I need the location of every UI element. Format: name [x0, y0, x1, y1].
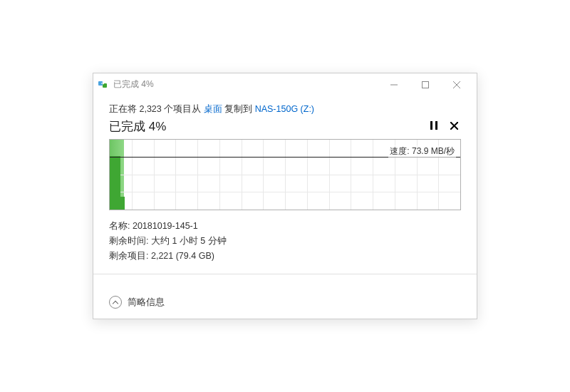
- collapse-toggle[interactable]: [109, 296, 122, 309]
- action-icons: [430, 121, 461, 132]
- speed-label: 速度: 73.9 MB/秒: [388, 145, 456, 158]
- destination-link[interactable]: NAS-150G (Z:): [255, 104, 314, 114]
- pause-button[interactable]: [430, 121, 437, 132]
- titlebar[interactable]: 已完成 4%: [93, 73, 477, 96]
- info-name: 名称: 20181019-145-1: [109, 219, 461, 234]
- progress-row: 已完成 4%: [109, 118, 461, 135]
- cancel-button[interactable]: [450, 121, 458, 132]
- speed-chart: 速度: 73.9 MB/秒: [109, 139, 461, 210]
- copy-icon: [98, 79, 109, 91]
- file-copy-dialog: 已完成 4% 正在将 2,323 个项目从 桌面 复制到 NAS-150G (Z…: [93, 73, 477, 320]
- window-controls: [378, 74, 472, 96]
- window-title: 已完成 4%: [113, 78, 378, 91]
- chevron-up-icon: [113, 301, 118, 306]
- minimize-button[interactable]: [378, 74, 410, 96]
- dialog-content: 正在将 2,323 个项目从 桌面 复制到 NAS-150G (Z:) 已完成 …: [93, 96, 477, 288]
- maximize-button[interactable]: [410, 74, 441, 96]
- svg-rect-3: [423, 81, 429, 88]
- close-button[interactable]: [441, 74, 472, 96]
- divider: [93, 274, 477, 274]
- footer: 简略信息: [93, 287, 477, 319]
- copy-description: 正在将 2,323 个项目从 桌面 复制到 NAS-150G (Z:): [109, 103, 461, 115]
- svg-rect-6: [430, 121, 432, 130]
- progress-label: 已完成 4%: [109, 118, 166, 135]
- info-time: 剩余时间: 大约 1 小时 5 分钟: [109, 234, 461, 249]
- info-items: 剩余项目: 2,221 (79.4 GB): [109, 249, 461, 264]
- svg-rect-7: [435, 121, 437, 130]
- toggle-label[interactable]: 简略信息: [128, 296, 165, 309]
- source-link[interactable]: 桌面: [204, 104, 222, 114]
